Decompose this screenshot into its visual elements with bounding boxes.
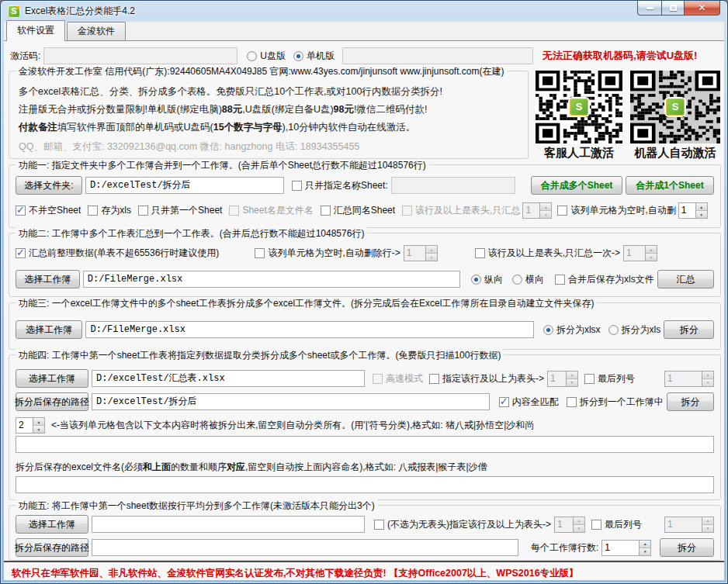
spinner-down-icon[interactable] <box>567 379 577 386</box>
func1-row1: 选择文件夹: D:/excelTest/拆分后 只并指定名称Sheet: 合并成… <box>16 176 714 195</box>
tab-jinjun-software[interactable]: 金浚软件 <box>67 22 126 40</box>
spinner-up-icon[interactable] <box>646 246 657 254</box>
spinner-value: 1 <box>404 246 425 261</box>
choose-folder-button[interactable]: 选择文件夹: <box>16 176 82 195</box>
checkbox-label: 汇总前整理数据(单表不超65536行时建议使用) <box>29 247 219 260</box>
cb-first-sheet-only[interactable]: 只并第一个Sheet <box>138 204 222 217</box>
func5-last-col-spinner[interactable]: 1 <box>664 517 714 533</box>
spinner-down-icon[interactable] <box>646 254 657 261</box>
rows-per-workbook-spinner[interactable]: 1 <box>601 540 651 556</box>
cb-tidy-before-merge[interactable]: 汇总前整理数据(单表不超65536行时建议使用) <box>16 247 219 260</box>
cb-header-row[interactable]: 该行及以上是表头,只汇总 <box>402 204 520 217</box>
func4-split-button[interactable]: 拆分 <box>667 392 714 411</box>
split-column-spinner[interactable]: 2 <box>16 417 45 434</box>
cb-delete-row-if-empty[interactable]: 该列单元格为空时,自动删除行-> <box>255 247 400 260</box>
cb-skip-empty-sheet[interactable]: 不并空Sheet <box>16 204 81 217</box>
checkbox-label: 只并指定名称Sheet: <box>305 179 388 192</box>
cb-delete-empty-col[interactable]: 该列单元格为空时,自动删 <box>557 204 675 217</box>
activation-row: 激活码: U盘版 单机版 无法正确获取机器码,请尝试U盘版! <box>10 47 719 64</box>
cb-save-merged-xls[interactable]: 合并后保存为xls文件 <box>555 273 654 286</box>
func4-save-path-input[interactable]: D:/excelTest/拆分后 <box>92 393 490 410</box>
cb-only-named-sheet[interactable]: 只并指定名称Sheet: <box>292 179 388 192</box>
named-sheet-input[interactable] <box>391 177 515 194</box>
spinner-down-icon[interactable] <box>574 525 584 532</box>
func3-split-button[interactable]: 拆分 <box>664 320 714 339</box>
cb-func5-header[interactable]: (不选为无表头)指定该行及以上为表头-> <box>374 518 551 531</box>
activation-code-input[interactable] <box>43 47 237 64</box>
tab-software-settings[interactable]: 软件设置 <box>6 20 65 41</box>
radio-split-xls[interactable]: 拆分为xls <box>608 323 661 337</box>
func4-save-path-button[interactable]: 拆分后保存的路径 <box>16 392 88 411</box>
spinner-up-icon[interactable] <box>574 517 584 525</box>
split-keywords-input[interactable] <box>16 436 714 453</box>
func1-folder-path-input[interactable]: D:/excelTest/拆分后 <box>85 177 284 194</box>
radio-vertical[interactable]: 纵向 <box>471 273 503 286</box>
func2-choose-workbook-button[interactable]: 选择工作簿 <box>16 270 80 289</box>
delete-empty-col-spinner[interactable]: 1 <box>678 202 708 219</box>
spinner-buttons <box>33 418 44 433</box>
func5-header-spinner[interactable]: 1 <box>554 517 585 533</box>
checkbox-icon <box>255 248 265 258</box>
header-once-spinner[interactable]: 1 <box>623 245 657 261</box>
spinner-up-icon[interactable] <box>540 203 551 211</box>
header-row-spinner[interactable]: 1 <box>522 202 552 219</box>
func4-header-spinner[interactable]: 1 <box>547 371 578 387</box>
merge-one-sheet-button[interactable]: 合并成1个Sheet <box>626 176 714 195</box>
minimize-button[interactable] <box>637 1 661 16</box>
spinner-up-icon[interactable] <box>640 541 650 548</box>
func4-source-path-input[interactable]: D:/excelTest/汇总表.xlsx <box>92 370 365 387</box>
cb-func4-last-col[interactable]: 最后列号 <box>584 372 635 385</box>
func3-choose-workbook-button[interactable]: 选择工作簿 <box>16 320 82 339</box>
merge-multi-sheet-button[interactable]: 合并成多个Sheet <box>531 176 622 195</box>
func5-save-path-input[interactable] <box>92 539 518 556</box>
radio-split-xlsx[interactable]: 拆分为xlsx <box>543 323 601 337</box>
spinner-down-icon[interactable] <box>540 211 551 218</box>
split-filenames-input[interactable] <box>16 476 714 493</box>
cb-func5-last-col[interactable]: 最后列号 <box>591 518 642 531</box>
title-bar[interactable]: S Excel表格汇总分类能手4.2 <box>1 1 727 22</box>
func3-workbook-path-input[interactable]: D:/FileMerge.xlsx <box>85 321 533 338</box>
spinner-up-icon[interactable] <box>702 371 713 379</box>
spinner-buttons <box>695 203 707 218</box>
spinner-down-icon[interactable] <box>696 211 707 218</box>
settings-tab-page: 激活码: U盘版 单机版 无法正确获取机器码,请尝试U盘版! 金浚软件开发工作室… <box>4 40 724 580</box>
cb-split-into-one-workbook[interactable]: 拆分到一个工作簿中 <box>567 396 664 409</box>
spinner-down-icon[interactable] <box>426 254 437 261</box>
func5-split-button[interactable]: 拆分 <box>660 538 714 557</box>
spinner-up-icon[interactable] <box>696 203 707 211</box>
func2-workbook-path-input[interactable]: D:/FileMerge.xlsx <box>83 271 460 288</box>
spinner-down-icon[interactable] <box>702 525 713 532</box>
func5-save-path-button[interactable]: 拆分后保存的路径 <box>16 538 88 557</box>
radio-standalone-version[interactable]: 单机版 <box>293 50 335 63</box>
spinner-up-icon[interactable] <box>567 371 577 379</box>
spinner-down-icon[interactable] <box>33 426 44 433</box>
checkbox-label: 存为xls <box>101 204 131 217</box>
func5-source-path-input[interactable] <box>92 516 365 533</box>
cb-header-once[interactable]: 该行及以上是表头,只汇总一次-> <box>475 247 620 260</box>
cb-fast-mode[interactable]: 高速模式 <box>373 372 423 385</box>
restore-button[interactable] <box>661 1 684 16</box>
spinner-up-icon[interactable] <box>33 418 44 426</box>
spinner-down-icon[interactable] <box>640 548 650 555</box>
cb-save-as-xls[interactable]: 存为xls <box>88 204 131 217</box>
spinner-up-icon[interactable] <box>426 246 437 254</box>
merge-button[interactable]: 汇总 <box>657 270 714 289</box>
machine-code-input[interactable] <box>342 47 533 64</box>
cb-merge-same-name-sheet[interactable]: 汇总同名Sheet <box>321 204 395 217</box>
func4-last-col-spinner[interactable]: 1 <box>664 371 714 387</box>
close-button[interactable]: ✕ <box>684 1 720 16</box>
func4-choose-workbook-button[interactable]: 选择工作簿 <box>16 369 88 388</box>
radio-usb-version[interactable]: U盘版 <box>247 50 286 63</box>
qr-logo-icon: S <box>570 98 588 116</box>
cb-func4-header[interactable]: 指定该行及以上为表头-> <box>429 372 544 385</box>
func5-choose-workbook-button[interactable]: 选择工作簿 <box>16 515 88 534</box>
radio-horizontal[interactable]: 横向 <box>512 273 544 286</box>
split-column-hint: <-当该列单元格包含以下文本内容时将被拆分出来,留空则自动分类所有。(用'|'符… <box>51 419 534 432</box>
spinner-up-icon[interactable] <box>702 517 713 525</box>
spinner-down-icon[interactable] <box>702 379 713 386</box>
cb-full-match[interactable]: 内容全匹配 <box>499 396 559 409</box>
cb-sheet-name-is-filename[interactable]: Sheet名是文件名 <box>229 204 313 217</box>
delete-row-spinner[interactable]: 1 <box>404 245 438 261</box>
checkbox-label: 指定该行及以上为表头-> <box>442 372 544 385</box>
qr-code-image: S <box>630 71 720 143</box>
